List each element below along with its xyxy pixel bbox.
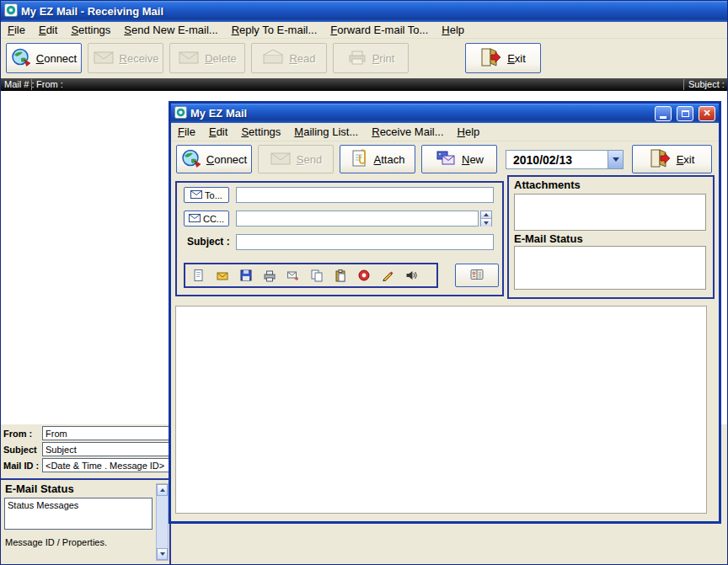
main-window-title: My EZ Mail - Receiving Mail	[21, 5, 724, 18]
menu-file[interactable]: File	[171, 124, 202, 140]
subject-input[interactable]	[236, 234, 494, 250]
main-toolbar: Connect Receive Delete Read Print Exit	[1, 39, 727, 78]
minimize-button[interactable]	[655, 106, 672, 121]
menu-edit[interactable]: Edit	[202, 124, 234, 140]
send-envelope-icon	[270, 150, 292, 169]
message-body[interactable]	[175, 306, 707, 514]
to-input[interactable]	[236, 187, 494, 203]
to-button-label: To...	[205, 190, 222, 200]
send-mail-icon[interactable]	[285, 267, 302, 284]
spinner-down-icon[interactable]	[481, 219, 491, 227]
menu-reply-to-email[interactable]: Reply To E-mail...	[225, 22, 324, 38]
delete-label: Delete	[205, 52, 237, 65]
subject-label: Subject :	[187, 234, 230, 250]
status-messages-box: Status Messages	[4, 498, 153, 530]
header-from: From :	[36, 78, 63, 91]
attach-button[interactable]: Attach	[340, 145, 415, 173]
scroll-down-icon[interactable]	[157, 548, 168, 560]
send-label: Send	[297, 153, 322, 166]
mail-list-header: Mail # : From : Subject :	[1, 78, 727, 91]
menu-edit[interactable]: Edit	[32, 22, 64, 38]
close-icon: ✕	[703, 108, 710, 119]
exit-label: Exit	[507, 52, 526, 65]
envelope-icon	[190, 190, 202, 200]
send-button: Send	[258, 145, 334, 173]
menu-settings[interactable]: Settings	[234, 124, 287, 140]
exit-label: Exit	[677, 153, 695, 166]
scroll-up-icon[interactable]	[157, 484, 168, 496]
exit-button[interactable]: Exit	[632, 145, 712, 173]
signature-icon[interactable]	[379, 267, 396, 284]
app-icon	[174, 106, 187, 121]
delete-envelope-icon	[178, 49, 200, 68]
date-select[interactable]: 2010/02/13	[506, 150, 624, 169]
paste-icon[interactable]	[332, 267, 349, 284]
email-status-title: E-Mail Status	[5, 482, 74, 495]
status-scrollbar[interactable]	[156, 483, 169, 561]
spinner-up-icon[interactable]	[481, 211, 491, 219]
header-mail-number: Mail # :	[4, 78, 34, 91]
copy-icon[interactable]	[308, 267, 325, 284]
attachments-status-panel: Attachments E-Mail Status	[507, 175, 715, 299]
new-button[interactable]: New	[421, 145, 497, 173]
receive-envelope-icon	[93, 49, 115, 68]
exit-button[interactable]: Exit	[465, 43, 541, 73]
connect-button[interactable]: Connect	[6, 43, 82, 73]
main-titlebar: My EZ Mail - Receiving Mail	[1, 1, 727, 22]
header-subject: Subject :	[688, 78, 725, 91]
menu-send-new-email[interactable]: Send New E-mail...	[117, 22, 224, 38]
menu-receive-mail[interactable]: Receive Mail...	[365, 124, 450, 140]
main-menubar: File Edit Settings Send New E-mail... Re…	[1, 22, 727, 39]
paperclip-document-icon	[351, 148, 369, 171]
chevron-down-icon[interactable]	[608, 151, 623, 168]
format-iconbar	[184, 263, 438, 288]
maximize-button[interactable]	[677, 106, 693, 121]
read-button: Read	[251, 43, 327, 73]
attach-label: Attach	[374, 153, 405, 166]
print-icon[interactable]	[261, 267, 278, 284]
exit-door-icon	[480, 47, 502, 70]
compose-window-title: My EZ Mail	[190, 107, 650, 120]
address-book-button[interactable]	[455, 264, 499, 287]
menu-settings[interactable]: Settings	[64, 22, 117, 38]
read-label: Read	[289, 52, 315, 65]
cc-spinner	[480, 211, 492, 227]
close-button[interactable]: ✕	[699, 106, 715, 121]
open-message-icon[interactable]	[214, 267, 231, 284]
menu-help[interactable]: Help	[451, 124, 487, 140]
compose-menubar: File Edit Settings Mailing List... Recei…	[171, 123, 719, 141]
address-panel: To... CC... Subject :	[175, 181, 504, 296]
sound-icon[interactable]	[403, 267, 420, 284]
delete-button: Delete	[169, 43, 245, 73]
maximize-icon	[682, 110, 689, 117]
new-document-icon[interactable]	[190, 267, 207, 284]
attachments-title: Attachments	[514, 179, 581, 191]
minimize-icon	[660, 116, 666, 119]
menu-mailing-list[interactable]: Mailing List...	[287, 124, 365, 140]
receive-button: Receive	[88, 43, 163, 73]
save-icon[interactable]	[238, 267, 254, 284]
stamp-icon[interactable]	[356, 267, 372, 284]
menu-help[interactable]: Help	[435, 22, 471, 38]
status-footer-text: Message ID / Properties.	[5, 537, 107, 547]
print-label: Print	[372, 52, 395, 65]
app-icon	[4, 3, 18, 19]
date-value: 2010/02/13	[506, 151, 608, 168]
globe-icon	[11, 47, 31, 70]
envelope-icon	[189, 214, 201, 224]
menu-file[interactable]: File	[1, 22, 32, 38]
attachments-box[interactable]	[514, 194, 706, 231]
header-separator	[31, 79, 32, 90]
compose-titlebar: My EZ Mail ✕	[171, 104, 719, 123]
cc-button[interactable]: CC...	[184, 211, 229, 227]
cc-input[interactable]	[236, 211, 479, 227]
to-button[interactable]: To...	[184, 187, 229, 203]
connect-button[interactable]: Connect	[176, 145, 252, 173]
receive-label: Receive	[120, 52, 159, 65]
menu-forward-email-to[interactable]: Forward E-mail To...	[324, 22, 435, 38]
status-messages-text: Status Messages	[8, 500, 78, 510]
read-envelope-icon	[262, 49, 284, 68]
connect-label: Connect	[206, 153, 247, 166]
exit-door-icon	[650, 148, 672, 171]
mail-id-label: Mail ID :	[3, 458, 41, 473]
